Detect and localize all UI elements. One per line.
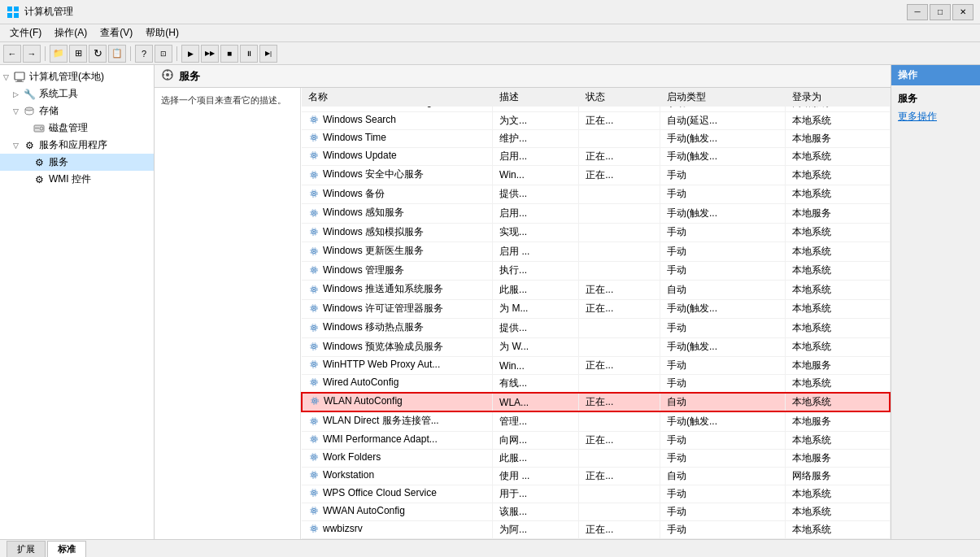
toolbar-sep-2 — [130, 46, 131, 61]
service-desc: Win... — [493, 166, 579, 185]
service-name: WMI Performance Adapt... — [302, 431, 493, 449]
table-row[interactable]: Windows 更新医生服务启用 ...手动本地系统 — [302, 242, 890, 262]
svg-point-76 — [313, 437, 316, 440]
forward-button[interactable]: → — [23, 45, 41, 63]
service-status: 正在... — [579, 467, 660, 485]
col-desc[interactable]: 描述 — [493, 88, 579, 107]
pause-button[interactable]: ⏸ — [240, 45, 258, 63]
tree-item-disk[interactable]: 磁盘管理 — [0, 120, 154, 137]
service-status: 正在... — [579, 520, 660, 538]
col-status[interactable]: 状态 — [579, 88, 660, 107]
service-name: Windows 更新医生服务 — [302, 242, 493, 262]
service-status: 正在... — [579, 357, 660, 375]
tree-item-services-apps[interactable]: ▽ ⚙ 服务和应用程序 — [0, 137, 154, 154]
table-row[interactable]: WPS Office Cloud Service用于...手动本地系统 — [302, 485, 890, 503]
table-row[interactable]: Wired AutoConfig有线...手动本地系统 — [302, 375, 890, 394]
service-login: 本地服务 — [786, 449, 890, 467]
service-startup: 自动 — [660, 281, 786, 300]
menu-view[interactable]: 查看(V) — [94, 24, 139, 41]
up-button[interactable]: 📁 — [50, 45, 68, 63]
table-row[interactable]: WWAN AutoConfig该服...手动本地系统 — [302, 503, 890, 520]
start-button[interactable]: ▶ — [181, 45, 199, 63]
start-all-button[interactable]: ▶▶ — [201, 45, 219, 63]
tree-item-root[interactable]: ▽ 计算机管理(本地) — [0, 68, 154, 85]
table-row[interactable]: WLAN Direct 服务连接管...管理...手动(触发...本地服务 — [302, 411, 890, 431]
restart-button[interactable]: ▶| — [259, 45, 277, 63]
svg-point-31 — [313, 154, 316, 157]
service-name: Windows Search — [302, 112, 493, 130]
col-name[interactable]: 名称 — [302, 88, 493, 107]
table-row[interactable]: Windows 感知模拟服务实现...手动本地系统 — [302, 223, 890, 242]
menu-help[interactable]: 帮助(H) — [139, 24, 185, 41]
svg-point-12 — [166, 73, 169, 76]
table-row[interactable]: wwbizsrv为阿...正在...手动本地系统 — [302, 520, 890, 538]
col-startup[interactable]: 启动类型 — [660, 88, 786, 107]
service-login: 本地系统 — [786, 431, 890, 449]
service-body: 选择一个项目来查看它的描述。 名称 描述 状态 启动类型 登录为 — [155, 88, 891, 539]
service-login: 本地系统 — [786, 223, 890, 242]
close-button[interactable]: ✕ — [952, 4, 973, 20]
tree-arrow-root: ▽ — [3, 73, 13, 81]
table-row[interactable]: Work Folders此服...手动本地服务 — [302, 449, 890, 467]
show-hide-button[interactable]: ⊞ — [69, 45, 87, 63]
main-layout: ▽ 计算机管理(本地) ▷ 🔧 系统工具 ▽ 存 — [0, 65, 980, 539]
service-desc: 用于... — [493, 485, 579, 503]
table-row[interactable]: WLAN AutoConfigWLA...正在...自动本地系统 — [302, 393, 890, 411]
properties-button[interactable]: ⊡ — [155, 45, 172, 63]
table-row[interactable]: Windows 推送通知系统服务此服...正在...自动本地系统 — [302, 281, 890, 300]
back-button[interactable]: ← — [3, 45, 21, 63]
table-row[interactable]: Windows 许可证管理器服务为 M...正在...手动(触发...本地系统 — [302, 299, 890, 319]
service-table-container[interactable]: 名称 描述 状态 启动类型 登录为 Windows PushToInstall … — [301, 88, 891, 539]
tree-item-wmi[interactable]: ⚙ WMI 控件 — [0, 171, 154, 188]
service-desc: 此服... — [493, 449, 579, 467]
menu-file[interactable]: 文件(F) — [3, 24, 48, 41]
tab-standard[interactable]: 标准 — [47, 541, 86, 557]
table-row[interactable]: Workstation使用 ...正在...自动网络服务 — [302, 467, 890, 485]
table-row[interactable]: Windows 安全中心服务Win...正在...手动本地系统 — [302, 166, 890, 185]
title-bar: 计算机管理 ─ □ ✕ — [0, 0, 980, 24]
table-row[interactable]: Windows 预览体验成员服务为 W...手动(触发...本地系统 — [302, 337, 890, 357]
table-row[interactable]: WMI Performance Adapt...向网...正在...手动本地系统 — [302, 431, 890, 449]
right-panel-more-actions[interactable]: 更多操作 — [891, 107, 980, 126]
table-row[interactable]: Windows 管理服务执行...手动本地系统 — [302, 261, 890, 281]
refresh-button[interactable]: ↻ — [89, 45, 107, 63]
col-login[interactable]: 登录为 — [786, 88, 890, 107]
help-button[interactable]: ? — [135, 45, 153, 63]
menu-action[interactable]: 操作(A) — [48, 24, 94, 41]
minimize-button[interactable]: ─ — [907, 4, 928, 20]
table-row[interactable]: WinHTTP Web Proxy Aut...Win...正在...手动本地服… — [302, 357, 890, 375]
svg-rect-0 — [7, 7, 12, 11]
service-section-header: 服务 — [155, 65, 891, 88]
svg-point-73 — [313, 420, 316, 422]
tab-expand[interactable]: 扩展 — [7, 541, 46, 557]
service-name: Windows 移动热点服务 — [302, 319, 493, 338]
table-row[interactable]: Windows Search为文...正在...自动(延迟...本地系统 — [302, 112, 890, 130]
tree-item-storage[interactable]: ▽ 存储 — [0, 102, 154, 120]
service-status — [579, 449, 660, 467]
tree-item-tools[interactable]: ▷ 🔧 系统工具 — [0, 85, 154, 102]
service-desc: 该服... — [493, 503, 579, 520]
service-startup: 手动 — [660, 166, 786, 185]
table-row[interactable]: Windows 移动热点服务提供...手动本地系统 — [302, 319, 890, 338]
service-startup: 手动 — [660, 520, 786, 538]
service-name: WLAN AutoConfig — [302, 393, 493, 411]
service-login: 本地系统 — [786, 319, 890, 338]
table-row[interactable]: Windows Time维护...手动(触发...本地服务 — [302, 130, 890, 148]
table-row[interactable]: Windows 感知服务启用...手动(触发...本地服务 — [302, 204, 890, 224]
table-row[interactable]: Windows Update启用...正在...手动(触发...本地系统 — [302, 148, 890, 166]
left-panel: ▽ 计算机管理(本地) ▷ 🔧 系统工具 ▽ 存 — [0, 65, 155, 539]
tree-label-services: 服务 — [49, 155, 68, 169]
service-name: Windows 感知服务 — [302, 204, 493, 224]
export-button[interactable]: 📋 — [108, 45, 126, 63]
svg-point-52 — [313, 288, 316, 290]
service-header-icon — [161, 68, 174, 84]
service-startup: 手动(触发... — [660, 148, 786, 166]
service-desc: 为文... — [493, 112, 579, 130]
svg-point-70 — [314, 400, 316, 403]
table-row[interactable]: Windows 备份提供...手动本地系统 — [302, 185, 890, 204]
maximize-button[interactable]: □ — [930, 4, 951, 20]
stop-button[interactable]: ■ — [220, 45, 238, 63]
svg-point-34 — [313, 173, 316, 176]
tree-item-services[interactable]: ⚙ 服务 — [0, 154, 154, 171]
service-desc: 有线... — [493, 375, 579, 394]
